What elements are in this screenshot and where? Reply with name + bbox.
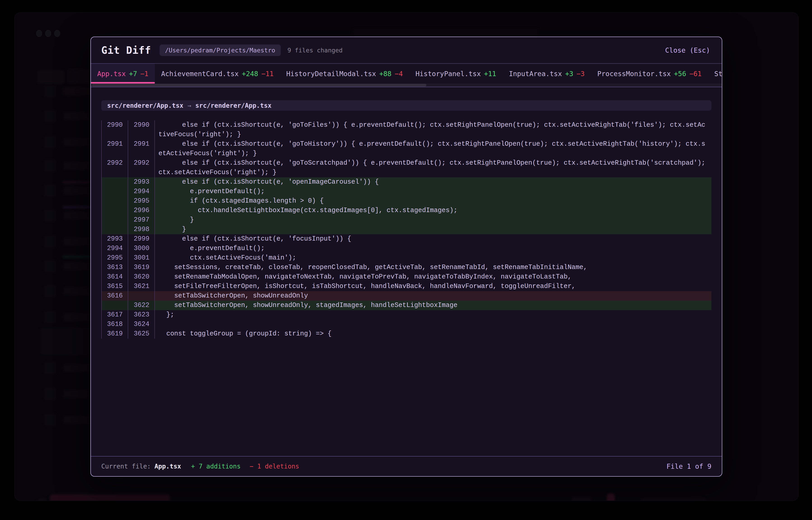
project-path-badge: /Users/pedram/Projects/Maestro [159, 45, 281, 56]
tab-deletions: −61 [689, 70, 702, 78]
tab-historypanel-tsx[interactable]: HistoryPanel.tsx+11 [409, 64, 502, 84]
tab-additions: +56 [674, 70, 686, 78]
old-line-number [102, 196, 128, 206]
tab-additions: +3 [565, 70, 573, 78]
old-line-number: 3617 [102, 310, 128, 320]
new-line-number: 2992 [128, 158, 155, 177]
new-line-number: 3623 [128, 310, 155, 320]
current-file-label: Current file: [101, 463, 151, 470]
diff-row: 36143620 setRenameTabModalOpen, navigate… [102, 272, 711, 282]
tab-inputarea-tsx[interactable]: InputArea.tsx+3−3 [502, 64, 591, 84]
code-line: if (ctx.stagedImages.length > 0) { [155, 196, 711, 206]
diff-content: src/renderer/App.tsx → src/renderer/App.… [91, 87, 722, 456]
code-line: }; [155, 310, 711, 320]
code-line: setFileTreeFilterOpen, isShortcut, isTab… [155, 282, 711, 291]
tab-file-name: ProcessMonitor.tsx [597, 70, 671, 78]
new-line-number: 2993 [128, 177, 155, 187]
tab-additions: +11 [484, 70, 496, 78]
new-line-number: 3000 [128, 244, 155, 253]
code-line: setSessions, createTab, closeTab, reopen… [155, 263, 711, 272]
code-line: ctx.setActiveFocus('main'); [155, 253, 711, 263]
old-line-number: 3619 [102, 329, 128, 339]
modal-title: Git Diff [101, 45, 151, 56]
tab-deletions: −11 [261, 70, 273, 78]
diff-row: 2994 e.preventDefault(); [102, 187, 711, 196]
new-line-number: 3624 [128, 320, 155, 329]
old-line-number [102, 301, 128, 310]
git-diff-modal: Git Diff /Users/pedram/Projects/Maestro … [91, 36, 722, 477]
old-line-number [102, 187, 128, 196]
new-line-number: 2990 [128, 121, 155, 139]
new-line-number: 2999 [128, 234, 155, 244]
diff-row: 36133619 setSessions, createTab, closeTa… [102, 263, 711, 272]
old-line-number: 2993 [102, 234, 128, 244]
code-line: setTabSwitcherOpen, showUnreadOnly, stag… [155, 301, 711, 310]
tabs-scrollbar-thumb[interactable] [92, 84, 426, 86]
new-line-number: 3619 [128, 263, 155, 272]
tab-deletions: −1 [140, 70, 149, 78]
old-line-number: 2991 [102, 139, 128, 158]
deletions-count: − 1 deletions [250, 463, 299, 470]
new-line-number: 2997 [128, 215, 155, 225]
code-line: e.preventDefault(); [155, 187, 711, 196]
code-line: else if (ctx.isShortcut(e, 'goToFiles'))… [155, 121, 711, 139]
files-changed-count: 9 files changed [288, 47, 343, 54]
diff-row: 29922992 else if (ctx.isShortcut(e, 'goT… [102, 158, 711, 177]
tab-historydetailmodal-tsx[interactable]: HistoryDetailModal.tsx+88−4 [280, 64, 409, 84]
code-line: const toggleGroup = (groupId: string) =>… [155, 329, 711, 339]
tab-achievementcard-tsx[interactable]: AchievementCard.tsx+248−11 [155, 64, 280, 84]
code-line: else if (ctx.isShortcut(e, 'focusInput')… [155, 234, 711, 244]
file-rename-header: src/renderer/App.tsx → src/renderer/App.… [101, 100, 711, 111]
modal-header: Git Diff /Users/pedram/Projects/Maestro … [91, 37, 722, 64]
diff-row: 3616 setTabSwitcherOpen, showUnreadOnly [102, 291, 711, 301]
old-line-number: 2992 [102, 158, 128, 177]
code-line: e.preventDefault(); [155, 244, 711, 253]
old-line-number: 2994 [102, 244, 128, 253]
tab-additions: +248 [242, 70, 258, 78]
tab-file-name: App.tsx [97, 70, 126, 78]
old-line-number [102, 206, 128, 215]
diff-row: 29912991 else if (ctx.isShortcut(e, 'goT… [102, 139, 711, 158]
tab-deletions: −4 [395, 70, 403, 78]
new-line-number: 2995 [128, 196, 155, 206]
modal-footer: Current file: App.tsx + 7 additions − 1 … [91, 456, 722, 476]
diff-row: 29902990 else if (ctx.isShortcut(e, 'goT… [102, 121, 711, 139]
code-line: setTabSwitcherOpen, showUnreadOnly [155, 291, 711, 301]
old-line-number [102, 225, 128, 234]
diff-row: 29932999 else if (ctx.isShortcut(e, 'foc… [102, 234, 711, 244]
file-position-indicator: File 1 of 9 [666, 462, 711, 470]
tab-deletions: −3 [576, 70, 585, 78]
new-line-number: 2998 [128, 225, 155, 234]
code-line: else if (ctx.isShortcut(e, 'openImageCar… [155, 177, 711, 187]
tab-stand[interactable]: Stand [708, 64, 722, 84]
code-line: setRenameTabModalOpen, navigateToNextTab… [155, 272, 711, 282]
old-line-number: 3616 [102, 291, 128, 301]
tab-file-name: InputArea.tsx [509, 70, 562, 78]
tab-processmonitor-tsx[interactable]: ProcessMonitor.tsx+56−61 [591, 64, 708, 84]
diff-row: 36193625 const toggleGroup = (groupId: s… [102, 329, 711, 339]
new-line-number: 3001 [128, 253, 155, 263]
old-line-number: 3615 [102, 282, 128, 291]
code-line [155, 320, 711, 329]
current-file-name: App.tsx [154, 463, 181, 470]
code-line: ctx.handleSetLightboxImage(ctx.stagedIma… [155, 206, 711, 215]
diff-row: 2993 else if (ctx.isShortcut(e, 'openIma… [102, 177, 711, 187]
diff-row: 36173623 }; [102, 310, 711, 320]
old-line-number [102, 215, 128, 225]
new-line-number: 2991 [128, 139, 155, 158]
new-line-number: 2996 [128, 206, 155, 215]
code-line: } [155, 225, 711, 234]
old-line-number: 2990 [102, 121, 128, 139]
new-line-number: 2994 [128, 187, 155, 196]
new-line-number: 3620 [128, 272, 155, 282]
old-line-number: 2995 [102, 253, 128, 263]
new-line-number: 3621 [128, 282, 155, 291]
diff-row: 2998 } [102, 225, 711, 234]
tab-file-name: HistoryDetailModal.tsx [286, 70, 376, 78]
file-path-to: src/renderer/App.tsx [195, 102, 271, 109]
old-line-number: 3613 [102, 263, 128, 272]
arrow-icon: → [188, 102, 191, 109]
close-button[interactable]: Close (Esc) [664, 46, 711, 54]
code-line: else if (ctx.isShortcut(e, 'goToScratchp… [155, 158, 711, 177]
tab-app-tsx[interactable]: App.tsx+7−1 [91, 64, 155, 84]
